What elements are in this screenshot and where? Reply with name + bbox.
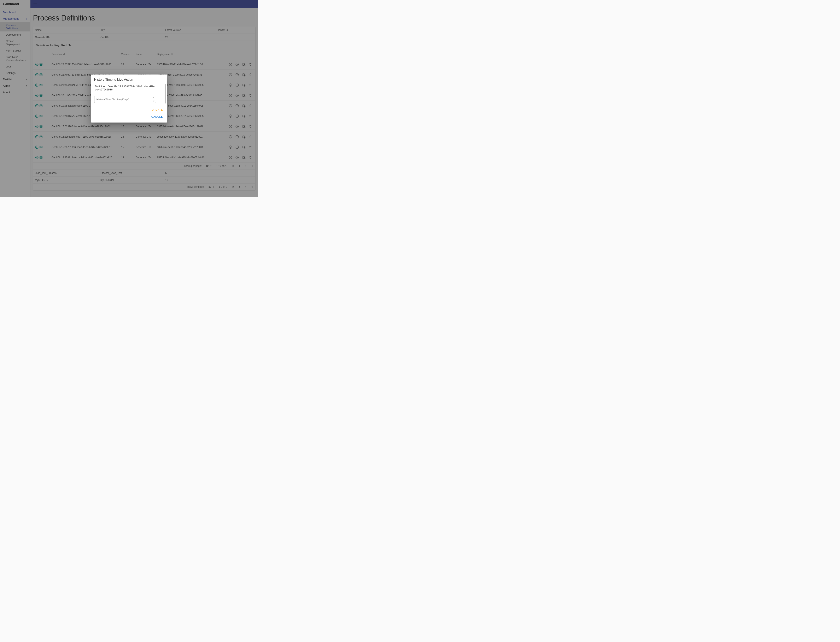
dialog-title: History Time to Live Action [91,75,167,84]
cancel-button[interactable]: CANCEL [150,114,165,120]
dialog-actions: UPDATE CANCEL [91,105,167,123]
history-ttl-dialog: History Time to Live Action Definition: … [91,75,167,123]
dialog-definition-line: Definition: GenUTs:23:83591734-d38f-11eb… [94,85,164,91]
history-ttl-input[interactable] [96,98,154,101]
stepper-up-icon[interactable] [153,96,155,99]
dialog-scrollbar[interactable] [165,84,166,104]
modal-scrim[interactable]: History Time to Live Action Definition: … [0,0,258,197]
dialog-body: Definition: GenUTs:23:83591734-d38f-11eb… [91,84,167,105]
history-ttl-field[interactable] [94,96,156,103]
update-button[interactable]: UPDATE [150,107,164,113]
stepper-down-icon[interactable] [153,99,155,103]
number-stepper [153,96,155,103]
